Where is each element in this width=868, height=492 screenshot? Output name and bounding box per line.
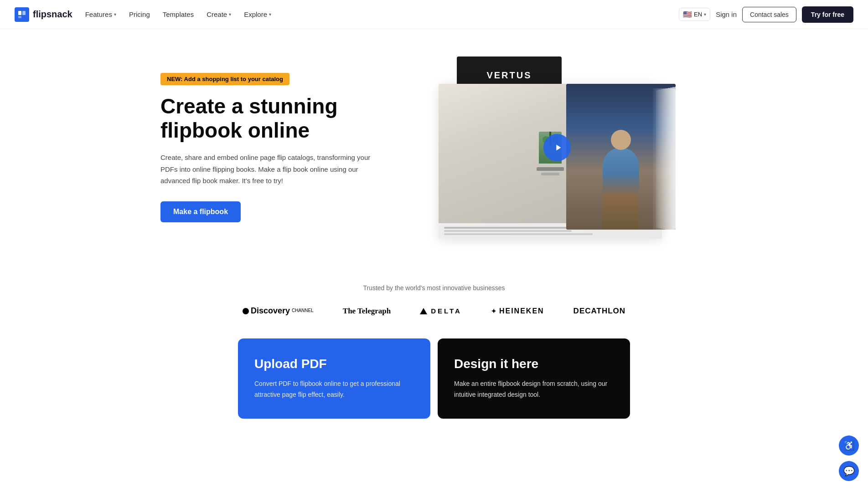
accessibility-icon: ♿ [843, 440, 855, 446]
new-badge: NEW: Add a shopping list to your catalog [160, 73, 289, 85]
svg-rect-2 [18, 16, 21, 18]
flipbook-mockup: VERTUS [439, 56, 676, 239]
design-it-here-card: Design it here Make an entire flipbook d… [438, 338, 630, 419]
accessibility-button[interactable]: ♿ [839, 436, 859, 446]
nav-features[interactable]: Features ▾ [85, 10, 116, 18]
nav-create[interactable]: Create ▾ [207, 10, 231, 18]
logo-link[interactable]: flipsnack [15, 7, 72, 22]
heineken-text: HEINEKEN [499, 307, 544, 315]
heineken-star-icon: ✦ [491, 308, 497, 315]
upload-pdf-title: Upload PDF [254, 357, 414, 371]
hero-content: NEW: Add a shopping list to your catalog… [160, 73, 379, 222]
contact-sales-button[interactable]: Contact sales [742, 7, 796, 22]
nav-explore[interactable]: Explore ▾ [244, 10, 271, 18]
nav-pricing[interactable]: Pricing [129, 10, 150, 18]
logo-text: flipsnack [33, 9, 72, 20]
play-icon [553, 143, 563, 153]
delta-triangle-icon [420, 308, 427, 314]
person-background [566, 84, 676, 230]
feature-cards: Upload PDF Convert PDF to flipbook onlin… [229, 338, 639, 446]
person-card [566, 84, 676, 230]
upload-pdf-card: Upload PDF Convert PDF to flipbook onlin… [238, 338, 430, 419]
discovery-channel-text: CHANNEL [292, 308, 314, 313]
delta-logo: DELTA [420, 307, 462, 315]
hero-description: Create, share and embed online page flip… [160, 152, 379, 187]
chevron-down-icon: ▾ [704, 12, 706, 17]
chevron-down-icon: ▾ [229, 12, 231, 17]
chevron-down-icon: ▾ [114, 12, 116, 17]
play-button[interactable] [543, 134, 571, 161]
discovery-dot [243, 308, 249, 314]
trusted-section: Trusted by the world's most innovative b… [0, 266, 868, 338]
svg-rect-0 [18, 11, 21, 15]
lang-label: EN [694, 11, 702, 18]
flag-icon: 🇺🇸 [683, 10, 692, 19]
nav-templates[interactable]: Templates [163, 10, 194, 18]
upload-pdf-desc: Convert PDF to flipbook online to get a … [254, 379, 414, 400]
hero-title: Create a stunning flipbook online [160, 94, 379, 143]
discovery-text: Discovery [251, 306, 290, 316]
signin-link[interactable]: Sign in [716, 10, 737, 18]
brand-name: VERTUS [486, 70, 532, 81]
chevron-down-icon: ▾ [269, 12, 271, 17]
delta-text: DELTA [431, 307, 462, 315]
svg-rect-1 [22, 11, 26, 15]
try-for-free-button[interactable]: Try for free [802, 6, 853, 23]
logo-icon [15, 7, 29, 22]
hero-section: NEW: Add a shopping list to your catalog… [115, 29, 753, 266]
make-flipbook-button[interactable]: Make a flipbook [160, 201, 241, 222]
decathlon-text: DECATHLON [574, 307, 625, 316]
telegraph-logo: The Telegraph [343, 307, 391, 316]
trusted-label: Trusted by the world's most innovative b… [9, 284, 859, 292]
brand-logos: Discovery CHANNEL The Telegraph DELTA ✦ … [9, 306, 859, 316]
heineken-logo: ✦ HEINEKEN [491, 307, 544, 315]
design-it-here-title: Design it here [454, 357, 614, 371]
design-it-here-desc: Make an entire flipbook design from scra… [454, 379, 614, 400]
discovery-logo: Discovery CHANNEL [243, 306, 314, 316]
hero-visual: VERTUS [398, 56, 717, 239]
nav-left: flipsnack Features ▾ Pricing Templates C… [15, 7, 271, 22]
nav-right: 🇺🇸 EN ▾ Sign in Contact sales Try for fr… [679, 6, 853, 23]
telegraph-text: The Telegraph [343, 307, 391, 316]
logo-svg [17, 10, 26, 19]
language-selector[interactable]: 🇺🇸 EN ▾ [679, 8, 710, 21]
navbar: flipsnack Features ▾ Pricing Templates C… [0, 0, 868, 29]
decathlon-logo: DECATHLON [574, 307, 625, 316]
